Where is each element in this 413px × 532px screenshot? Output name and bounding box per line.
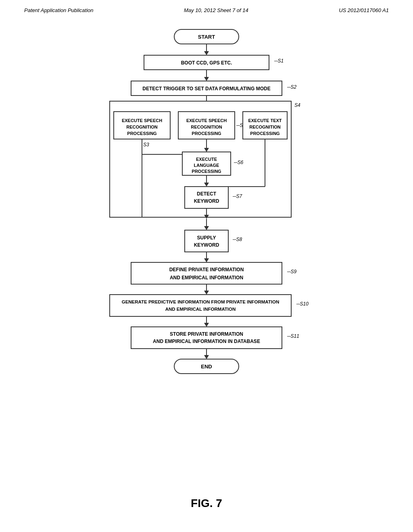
s6-line3: PROCESSING [192,169,221,174]
s6-line1: EXECUTE [196,157,217,162]
s5-line3: PROCESSING [192,131,221,136]
svg-rect-46 [131,327,282,349]
s4-line2: RECOGNITION [249,125,281,129]
s4-line1: EXECUTE TEXT [248,118,282,123]
svg-marker-42 [204,291,209,295]
s10-line2: AND EMPIRICAL INFORMATION [165,307,236,312]
svg-marker-39 [204,258,209,262]
s3-line3: PROCESSING [127,131,156,136]
s11-step: ─S11 [287,333,299,339]
start-label: START [198,34,215,40]
s1-label: BOOT CCD, GPS ETC. [181,60,232,66]
svg-marker-48 [204,355,209,359]
s11-line2: AND EMPIRICAL INFORMATION IN DATABASE [153,339,260,344]
s5-line2: RECOGNITION [191,125,222,129]
s7-line1: DETECT [197,191,217,197]
s2-label: DETECT TRIGGER TO SET DATA FORMULATING M… [142,86,270,91]
s6-step: ─S6 [234,160,244,165]
page-header: Patent Application Publication May 10, 2… [0,0,413,13]
s6-line2: LANGUAGE [194,163,219,168]
s4-step: S4 [294,102,300,108]
fig-label: FIG. 7 [191,497,222,510]
svg-marker-36 [204,226,209,230]
s11-line1: STORE PRIVATE INFORMATION [170,331,243,337]
s8-step: ─S8 [232,237,242,242]
svg-marker-5 [204,77,209,81]
s3-line1: EXECUTE SPEECH [122,118,162,123]
s7-line2: KEYWORD [194,198,219,204]
s8-line2: KEYWORD [194,242,219,248]
s8-line1: SUPPLY [197,235,216,241]
s4-line3: PROCESSING [250,131,280,136]
s9-line1: DEFINE PRIVATE INFORMATION [169,267,244,272]
svg-rect-43 [110,295,291,316]
svg-rect-40 [131,262,282,284]
diagram-container: START BOOT CCD, GPS ETC. ─S1 DETECT TRIG… [0,13,413,510]
s2-step: ─S2 [287,84,297,90]
svg-rect-29 [185,187,228,208]
end-label: END [201,364,212,370]
s5-line1: EXECUTE SPEECH [186,118,227,123]
s7-step: ─S7 [232,193,243,199]
flowchart-svg: START BOOT CCD, GPS ETC. ─S1 DETECT TRIG… [65,25,348,485]
header-left: Patent Application Publication [24,7,94,13]
svg-rect-37 [185,230,228,252]
s3-step: S3 [143,142,149,148]
s3-line2: RECOGNITION [126,125,158,129]
s9-step: ─S9 [287,269,297,274]
s9-line2: AND EMPIRICAL INFORMATION [170,275,243,281]
svg-marker-45 [204,323,209,327]
header-right: US 2012/0117060 A1 [339,7,389,13]
s10-line1: GENERATE PREDICTIVE INFORMATION FROM PRI… [122,299,280,304]
s10-step: ─S10 [296,301,309,307]
s1-step: ─S1 [274,58,284,64]
svg-marker-2 [204,51,209,55]
header-center: May 10, 2012 Sheet 7 of 14 [184,7,248,13]
